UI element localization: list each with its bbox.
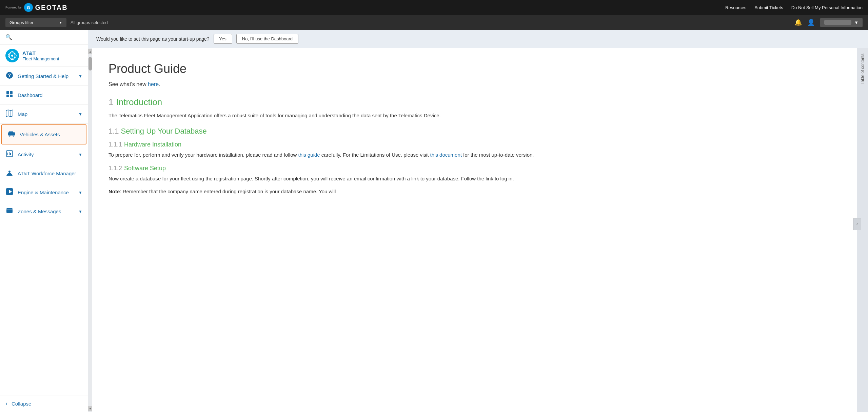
sidebar-item-att-workforce[interactable]: AT&T Workforce Manager	[0, 164, 88, 183]
section-1-1-2-num: 1.1.2	[108, 165, 122, 172]
section-1-header: 1Introduction	[108, 97, 841, 107]
svg-rect-28	[6, 208, 13, 213]
main-layout: 🔍 AT&T Fleet Management ? Getting	[0, 30, 868, 412]
sidebar-item-label-dashboard: Dashboard	[18, 92, 82, 98]
top-bar-right: Resources Submit Tickets Do Not Sell My …	[725, 5, 863, 10]
scrollbar-thumb[interactable]	[88, 57, 92, 71]
user-dropdown-chevron-icon: ▼	[854, 20, 859, 25]
logo-text: GEOTAB	[35, 4, 68, 12]
sidebar-item-getting-started[interactable]: ? Getting Started & Help ▼	[0, 67, 88, 86]
section-1-1-2-header: 1.1.2Software Setup	[108, 165, 841, 172]
section-1-1-1-header: 1.1.1Hardware Installation	[108, 141, 841, 148]
submit-tickets-link[interactable]: Submit Tickets	[754, 5, 783, 10]
sidebar-item-label-map: Map	[18, 111, 74, 117]
svg-marker-12	[6, 110, 13, 117]
this-document-link[interactable]: this document	[430, 152, 462, 158]
toc-sidebar: Table of contents ‹	[857, 48, 868, 412]
activity-chevron-icon: ▼	[78, 152, 82, 157]
svg-rect-16	[9, 132, 13, 134]
note-label: Note	[108, 189, 120, 194]
svg-rect-11	[10, 95, 13, 97]
groups-filter-button[interactable]: Groups filter ▼	[5, 18, 66, 27]
sidebar-item-engine-maintenance[interactable]: Engine & Maintenance ▼	[0, 183, 88, 202]
section-1-num: 1	[108, 97, 113, 107]
sidebar-item-label-getting-started: Getting Started & Help	[18, 73, 74, 79]
company-subtitle: Fleet Management	[22, 56, 59, 61]
sidebar-item-map[interactable]: Map ▼	[0, 105, 88, 124]
section-1-1-2-body-text: Now create a database for your fleet usi…	[108, 176, 514, 181]
section-1-1-1-title: Hardware Installation	[124, 141, 181, 148]
user-profile-icon[interactable]: 👤	[807, 19, 815, 26]
section-1-1-2-body: Now create a database for your fleet usi…	[108, 175, 841, 183]
privacy-link[interactable]: Do Not Sell My Personal Information	[791, 5, 863, 10]
note-text: : Remember that the company name entered…	[120, 189, 336, 194]
dashboard-icon	[5, 91, 14, 100]
svg-point-5	[11, 55, 13, 57]
geotab-logo: Powered by G GEOTAB	[5, 3, 68, 12]
see-new-suffix: .	[159, 81, 160, 87]
zones-messages-icon	[5, 207, 14, 216]
engine-maintenance-chevron-icon: ▼	[78, 190, 82, 195]
section-1-1-1-body: To prepare for, perform and verify your …	[108, 151, 841, 159]
filter-bar: Groups filter ▼ All groups selected 🔔 👤 …	[0, 15, 868, 30]
sidebar-item-activity[interactable]: Activity ▼	[0, 145, 88, 164]
section-1-1-num: 1.1	[108, 127, 119, 135]
section-1-title: Introduction	[116, 97, 162, 107]
att-logo	[5, 49, 19, 62]
groups-filter-label: Groups filter	[9, 20, 34, 25]
section-1-1-title: Setting Up Your Database	[121, 127, 207, 135]
top-bar: Powered by G GEOTAB Resources Submit Tic…	[0, 0, 868, 15]
see-new-prefix: See what's new	[108, 81, 148, 87]
section-1-body: The Telematics Fleet Management Applicat…	[108, 112, 841, 120]
powered-by-text: Powered by	[5, 6, 22, 9]
resources-link[interactable]: Resources	[725, 5, 746, 10]
vehicles-assets-icon	[7, 130, 16, 139]
getting-started-chevron-icon: ▼	[78, 74, 82, 79]
engine-maintenance-icon	[5, 188, 14, 197]
zones-messages-chevron-icon: ▼	[78, 209, 82, 214]
section-1-1-1-body-middle: carefully. For the Limitations of Use, p…	[320, 152, 430, 158]
collapse-icon: ‹	[5, 400, 7, 407]
this-guide-link[interactable]: this guide	[298, 152, 320, 158]
svg-point-25	[8, 171, 11, 173]
sidebar-item-vehicles-assets[interactable]: Vehicles & Assets	[1, 124, 86, 144]
scrollbar-down-button[interactable]: ▼	[88, 406, 92, 411]
see-new-link[interactable]: here	[148, 81, 159, 87]
see-new-text: See what's new here.	[108, 81, 841, 87]
groups-filter-chevron-icon: ▼	[59, 21, 62, 24]
startup-yes-button[interactable]: Yes	[214, 34, 232, 44]
startup-banner-question: Would you like to set this page as your …	[96, 36, 210, 42]
sidebar-item-label-zones-messages: Zones & Messages	[18, 209, 74, 214]
activity-icon	[5, 150, 14, 159]
startup-no-button[interactable]: No, I'll use the Dashboard	[236, 34, 298, 44]
top-bar-left: Powered by G GEOTAB	[5, 3, 68, 12]
company-name: AT&T	[22, 50, 59, 56]
att-workforce-icon	[5, 169, 14, 178]
sidebar-item-label-activity: Activity	[18, 152, 74, 157]
sidebar-item-label-att-workforce: AT&T Workforce Manager	[18, 171, 82, 176]
search-icon: 🔍	[5, 34, 12, 40]
toc-label[interactable]: Table of contents	[860, 54, 865, 84]
svg-rect-10	[6, 95, 9, 97]
toc-toggle-button[interactable]: ‹	[853, 218, 861, 230]
notification-bell-icon[interactable]: 🔔	[794, 19, 802, 26]
section-1-1-1-num: 1.1.1	[108, 141, 122, 148]
scrollbar-up-button[interactable]: ▲	[88, 49, 92, 54]
company-details: AT&T Fleet Management	[22, 50, 59, 61]
map-icon	[5, 110, 14, 119]
getting-started-icon: ?	[5, 72, 14, 81]
doc-title: Product Guide	[108, 62, 841, 76]
svg-text:?: ?	[8, 73, 11, 78]
section-1-1-2-title: Software Setup	[124, 165, 166, 172]
user-dropdown-button[interactable]: ▼	[820, 18, 863, 27]
section-1-1-1-body-suffix: for the most up-to-date version.	[462, 152, 534, 158]
svg-point-20	[13, 136, 14, 136]
sidebar-item-dashboard[interactable]: Dashboard	[0, 86, 88, 105]
collapse-button[interactable]: ‹ Collapse	[0, 395, 88, 412]
filter-bar-right: 🔔 👤 ▼	[794, 18, 863, 27]
doc-scrollbar[interactable]: ▲ ▼	[88, 48, 92, 412]
att-logo-svg	[6, 50, 18, 62]
sidebar-item-label-vehicles-assets: Vehicles & Assets	[20, 132, 80, 137]
svg-point-19	[9, 136, 10, 136]
sidebar-item-zones-messages[interactable]: Zones & Messages ▼	[0, 202, 88, 221]
